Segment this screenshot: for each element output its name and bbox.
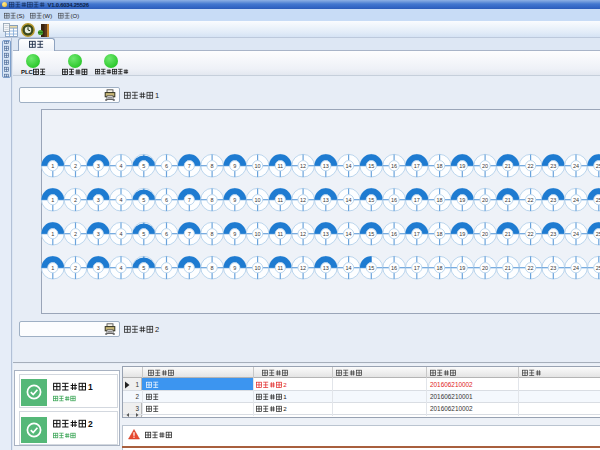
svg-text:4: 4 [119, 230, 122, 236]
svg-text:23: 23 [550, 196, 556, 202]
svg-text:4: 4 [119, 264, 122, 270]
svg-text:8: 8 [210, 162, 213, 168]
svg-text:1: 1 [51, 196, 54, 202]
svg-text:25: 25 [595, 162, 600, 168]
svg-text:15: 15 [368, 162, 374, 168]
svg-text:17: 17 [413, 162, 419, 168]
svg-text:14: 14 [345, 196, 351, 202]
svg-text:6: 6 [165, 230, 168, 236]
svg-text:13: 13 [322, 264, 328, 270]
svg-text:16: 16 [391, 264, 397, 270]
svg-text:7: 7 [187, 264, 190, 270]
svg-text:14: 14 [345, 162, 351, 168]
svg-text:16: 16 [391, 196, 397, 202]
svg-text:21: 21 [504, 162, 510, 168]
svg-text:20: 20 [482, 196, 488, 202]
svg-text:17: 17 [413, 196, 419, 202]
svg-text:23: 23 [550, 264, 556, 270]
svg-text:7: 7 [187, 162, 190, 168]
svg-text:21: 21 [504, 264, 510, 270]
svg-text:25: 25 [595, 264, 600, 270]
svg-text:18: 18 [436, 162, 442, 168]
svg-text:18: 18 [436, 196, 442, 202]
svg-text:12: 12 [300, 264, 306, 270]
svg-text:4: 4 [119, 196, 122, 202]
svg-text:11: 11 [277, 196, 283, 202]
svg-text:19: 19 [459, 264, 465, 270]
svg-text:2: 2 [74, 162, 77, 168]
svg-text:8: 8 [210, 264, 213, 270]
svg-text:2: 2 [74, 230, 77, 236]
svg-text:19: 19 [459, 162, 465, 168]
svg-text:8: 8 [210, 196, 213, 202]
svg-text:19: 19 [459, 230, 465, 236]
svg-text:1: 1 [51, 230, 54, 236]
svg-text:21: 21 [504, 196, 510, 202]
svg-text:8: 8 [210, 230, 213, 236]
svg-text:21: 21 [504, 230, 510, 236]
svg-text:6: 6 [165, 196, 168, 202]
svg-text:13: 13 [322, 196, 328, 202]
svg-text:10: 10 [254, 264, 260, 270]
svg-text:4: 4 [119, 162, 122, 168]
svg-text:12: 12 [300, 230, 306, 236]
svg-text:14: 14 [345, 230, 351, 236]
svg-text:20: 20 [482, 264, 488, 270]
svg-text:17: 17 [413, 264, 419, 270]
svg-text:9: 9 [233, 264, 236, 270]
svg-text:12: 12 [300, 196, 306, 202]
svg-text:9: 9 [233, 162, 236, 168]
svg-text:2: 2 [74, 264, 77, 270]
svg-text:17: 17 [413, 230, 419, 236]
svg-text:3: 3 [96, 196, 99, 202]
svg-text:12: 12 [300, 162, 306, 168]
svg-text:24: 24 [573, 264, 579, 270]
svg-text:14: 14 [345, 264, 351, 270]
svg-text:3: 3 [96, 162, 99, 168]
svg-text:13: 13 [322, 230, 328, 236]
svg-text:24: 24 [573, 196, 579, 202]
svg-text:16: 16 [391, 162, 397, 168]
svg-text:24: 24 [573, 162, 579, 168]
svg-text:11: 11 [277, 264, 283, 270]
svg-text:10: 10 [254, 162, 260, 168]
svg-text:24: 24 [573, 230, 579, 236]
svg-text:1: 1 [51, 264, 54, 270]
svg-text:19: 19 [459, 196, 465, 202]
svg-text:25: 25 [595, 230, 600, 236]
svg-text:5: 5 [142, 264, 145, 270]
svg-text:3: 3 [96, 230, 99, 236]
svg-text:18: 18 [436, 264, 442, 270]
svg-text:7: 7 [187, 196, 190, 202]
svg-text:5: 5 [142, 162, 145, 168]
svg-text:5: 5 [142, 196, 145, 202]
svg-text:10: 10 [254, 196, 260, 202]
svg-text:13: 13 [322, 162, 328, 168]
svg-text:11: 11 [277, 162, 283, 168]
svg-text:2: 2 [74, 196, 77, 202]
svg-text:15: 15 [368, 196, 374, 202]
svg-text:23: 23 [550, 162, 556, 168]
svg-text:18: 18 [436, 230, 442, 236]
svg-text:7: 7 [187, 230, 190, 236]
svg-text:22: 22 [527, 162, 533, 168]
svg-text:6: 6 [165, 162, 168, 168]
svg-text:25: 25 [595, 196, 600, 202]
svg-text:9: 9 [233, 196, 236, 202]
svg-text:20: 20 [482, 230, 488, 236]
svg-text:22: 22 [527, 264, 533, 270]
svg-text:10: 10 [254, 230, 260, 236]
svg-text:20: 20 [482, 162, 488, 168]
svg-text:5: 5 [142, 230, 145, 236]
svg-text:15: 15 [368, 264, 374, 270]
svg-text:11: 11 [277, 230, 283, 236]
svg-text:22: 22 [527, 230, 533, 236]
svg-text:3: 3 [96, 264, 99, 270]
svg-text:23: 23 [550, 230, 556, 236]
svg-text:15: 15 [368, 230, 374, 236]
svg-text:16: 16 [391, 230, 397, 236]
svg-text:6: 6 [165, 264, 168, 270]
svg-text:22: 22 [527, 196, 533, 202]
svg-text:9: 9 [233, 230, 236, 236]
svg-text:1: 1 [51, 162, 54, 168]
